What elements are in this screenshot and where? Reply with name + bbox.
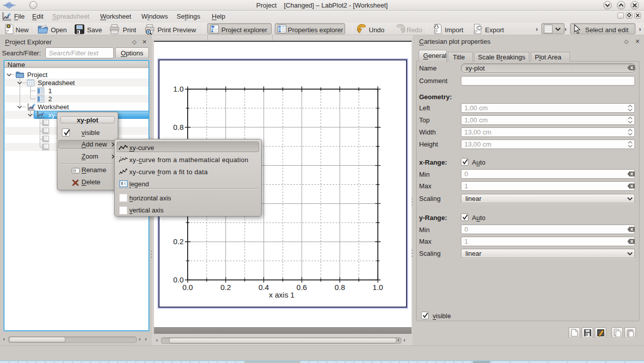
svg-text:0.6: 0.6 (296, 283, 307, 292)
svg-text:0.8: 0.8 (335, 283, 345, 292)
svg-text:0.8: 0.8 (173, 123, 184, 131)
svg-text:0.2: 0.2 (220, 283, 231, 292)
svg-text:0.2: 0.2 (173, 237, 184, 246)
svg-text:0.4: 0.4 (259, 283, 269, 292)
svg-text:x axis 1: x axis 1 (269, 291, 295, 299)
svg-text:1.0: 1.0 (373, 283, 383, 292)
svg-text:1.0: 1.0 (173, 85, 184, 93)
svg-text:0.0: 0.0 (183, 283, 193, 292)
